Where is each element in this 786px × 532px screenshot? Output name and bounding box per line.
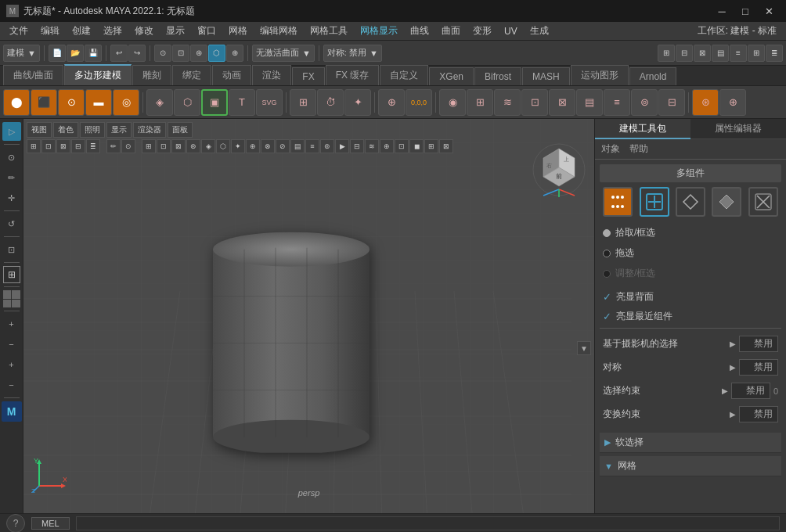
- rt-btn1[interactable]: ⊞: [658, 45, 675, 62]
- viewport[interactable]: 视图 着色 照明 显示 渲染器 面板 ⊞ ⊡ ⊠ ⊟ ≣ ✏ ⊙ ⊞ ⊡ ⊠ ⊛…: [23, 119, 594, 513]
- vp-icon5[interactable]: ≣: [86, 139, 100, 153]
- rt-btn7[interactable]: ≣: [766, 45, 783, 62]
- vp-icon18[interactable]: ▤: [290, 139, 305, 153]
- ico-btn18[interactable]: ⊚: [631, 89, 658, 116]
- vp-icon24[interactable]: ⊕: [380, 139, 394, 153]
- status-mel-label[interactable]: MEL: [31, 517, 70, 530]
- field-transform-constraint-value[interactable]: 禁用: [739, 406, 778, 422]
- orientation-cube[interactable]: 前 右 上: [532, 142, 586, 197]
- vp-icon11[interactable]: ⊛: [186, 139, 200, 153]
- vp-icon12[interactable]: ◈: [201, 139, 215, 153]
- tab-curve-surface[interactable]: 曲线/曲面: [3, 65, 63, 85]
- vp-icon3[interactable]: ⊠: [56, 139, 70, 153]
- ico-btn11[interactable]: ◉: [439, 89, 466, 116]
- menu-edit-mesh[interactable]: 编辑网格: [254, 23, 304, 39]
- ico-btn8[interactable]: ✦: [344, 89, 371, 116]
- tab-fx-cache[interactable]: FX 缓存: [326, 65, 380, 85]
- sel-btn4[interactable]: ⬡: [208, 45, 225, 62]
- vp-icon27[interactable]: ⊞: [424, 139, 438, 153]
- ico-btn9[interactable]: ⊕: [378, 89, 405, 116]
- sel-btn5[interactable]: ⊕: [226, 45, 243, 62]
- vp-icon6[interactable]: ✏: [106, 139, 121, 153]
- rt-btn6[interactable]: ⊞: [748, 45, 765, 62]
- ico-btn5[interactable]: SVG: [256, 89, 283, 116]
- field-camera-based-value[interactable]: 禁用: [739, 336, 778, 352]
- ico-btn15[interactable]: ⊠: [549, 89, 575, 116]
- mode-dropdown[interactable]: 建模 ▼: [3, 45, 40, 62]
- field-symmetry-value[interactable]: 禁用: [739, 359, 778, 376]
- menu-curves[interactable]: 曲线: [404, 23, 435, 39]
- open-btn[interactable]: 📂: [67, 45, 84, 62]
- status-input[interactable]: [76, 516, 780, 530]
- vp-icon2[interactable]: ⊡: [41, 139, 56, 153]
- ico-btn13[interactable]: ≋: [494, 89, 521, 116]
- scale-tool-btn[interactable]: ⊡: [2, 240, 21, 259]
- lt-minus2[interactable]: −: [2, 376, 21, 394]
- menu-mesh-tools[interactable]: 网格工具: [304, 23, 354, 39]
- lasso-btn[interactable]: ⊙: [154, 45, 171, 62]
- rt-btn2[interactable]: ⊟: [676, 45, 693, 62]
- maximize-button[interactable]: □: [734, 3, 756, 19]
- ico-btn4[interactable]: T: [229, 89, 255, 116]
- tab-fx[interactable]: FX: [292, 67, 324, 85]
- lt-m-btn[interactable]: M: [2, 401, 22, 422]
- close-button[interactable]: ✕: [758, 3, 780, 19]
- vp-icon14[interactable]: ✦: [231, 139, 245, 153]
- tab-custom[interactable]: 自定义: [380, 65, 428, 85]
- tab-bifrost[interactable]: Bifrost: [474, 67, 521, 85]
- nav-arrow-down[interactable]: ▼: [577, 341, 591, 355]
- ico-btn17[interactable]: ≡: [604, 89, 630, 116]
- vp-view-btn[interactable]: 视图: [27, 122, 52, 138]
- ico-btn12[interactable]: ⊞: [467, 89, 493, 116]
- sphere-btn[interactable]: ⬤: [3, 89, 30, 116]
- lt-plus1[interactable]: +: [2, 315, 21, 333]
- vp-icon4[interactable]: ⊟: [71, 139, 85, 153]
- symmetry-dropdown[interactable]: 对称: 禁用 ▼: [323, 45, 382, 62]
- comp-icon-multi[interactable]: [748, 187, 778, 217]
- help-button[interactable]: ?: [6, 514, 25, 533]
- menu-uv[interactable]: UV: [498, 24, 524, 38]
- menu-mesh-display[interactable]: 网格显示: [354, 23, 404, 39]
- ico-btn6[interactable]: ⊞: [290, 89, 316, 116]
- vp-panel-btn[interactable]: 面板: [168, 122, 193, 138]
- plane-btn[interactable]: ▬: [85, 89, 112, 116]
- vp-light-btn[interactable]: 照明: [80, 122, 105, 138]
- vp-icon26[interactable]: ◼: [409, 139, 424, 153]
- vp-icon15[interactable]: ⊕: [246, 139, 260, 153]
- move-tool-btn[interactable]: ✛: [2, 189, 21, 207]
- vp-display-btn[interactable]: 显示: [106, 122, 132, 138]
- undo-btn[interactable]: ↩: [110, 45, 128, 62]
- collapsible-mesh[interactable]: ▼ 网格: [600, 456, 781, 476]
- comp-icon-uv[interactable]: [712, 187, 741, 217]
- lt-frame-box[interactable]: ⊞: [3, 266, 20, 283]
- tab-mash[interactable]: MASH: [522, 67, 570, 85]
- menu-edit[interactable]: 编辑: [34, 23, 66, 39]
- collapsible-soft-select[interactable]: ▶ 软选择: [600, 433, 781, 453]
- ico-btn21[interactable]: ⊕: [719, 89, 746, 116]
- menu-display[interactable]: 显示: [160, 23, 191, 39]
- ico-btn3[interactable]: ▣: [201, 89, 228, 116]
- lt-grid-btn[interactable]: [3, 290, 20, 307]
- ico-btn19[interactable]: ⊟: [658, 89, 685, 116]
- tab-render[interactable]: 渲染: [252, 65, 291, 85]
- cylinder-btn[interactable]: ⊙: [58, 89, 85, 116]
- vp-icon21[interactable]: ▶: [335, 139, 349, 153]
- check-backface[interactable]: ✓ 亮显背面: [600, 289, 781, 305]
- lt-minus1[interactable]: −: [2, 335, 21, 354]
- menu-modify[interactable]: 修改: [128, 23, 160, 39]
- new-scene-btn[interactable]: 📄: [49, 45, 66, 62]
- rt-btn4[interactable]: ▤: [712, 45, 729, 62]
- rt-btn3[interactable]: ⊠: [694, 45, 711, 62]
- rp-tab-attributes[interactable]: 属性编辑器: [690, 119, 786, 139]
- menu-surfaces[interactable]: 曲面: [435, 23, 467, 39]
- rp-sub-help[interactable]: 帮助: [629, 142, 648, 156]
- ico-btn7[interactable]: ⏱: [317, 89, 344, 116]
- vp-icon20[interactable]: ⊚: [320, 139, 334, 153]
- select-tool-btn[interactable]: ▷: [2, 122, 21, 141]
- torus-btn[interactable]: ◎: [113, 89, 139, 116]
- workspace-label[interactable]: 工作区: 建模 - 标准: [691, 23, 783, 39]
- vp-icon8[interactable]: ⊞: [142, 139, 156, 153]
- ico-btn1[interactable]: ◈: [146, 89, 173, 116]
- vp-icon23[interactable]: ≋: [365, 139, 379, 153]
- vp-icon19[interactable]: ≡: [305, 139, 319, 153]
